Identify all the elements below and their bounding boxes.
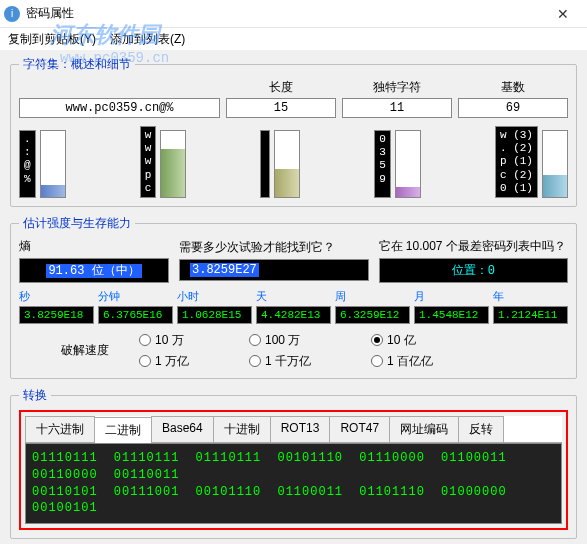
- time-val-0: 3.8259E18: [19, 306, 94, 324]
- time-unit-1: 分钟: [98, 289, 173, 304]
- length-label: 长度: [226, 79, 336, 96]
- speed-radio[interactable]: 1 千万亿: [249, 353, 311, 370]
- menu-copy[interactable]: 复制到剪贴板(Y): [8, 31, 96, 48]
- tab-反转[interactable]: 反转: [458, 416, 504, 442]
- char-column-4: w (3) . (2) p (1) c (2) 0 (1): [495, 126, 538, 198]
- speed-radio[interactable]: 10 万: [139, 332, 189, 349]
- unique-value: 11: [342, 98, 452, 118]
- bar-3: [395, 130, 421, 198]
- blacklist-value: 位置：0: [379, 258, 569, 283]
- highlight-box: 十六进制二进制Base64十进制ROT13ROT47网址编码反转 0111011…: [19, 410, 568, 530]
- tab-网址编码[interactable]: 网址编码: [389, 416, 459, 442]
- app-icon: i: [4, 6, 20, 22]
- time-unit-6: 年: [493, 289, 568, 304]
- close-icon[interactable]: ✕: [543, 6, 583, 22]
- time-val-2: 1.0628E15: [177, 306, 252, 324]
- entropy-value: 91.63 位（中）: [19, 258, 169, 283]
- blacklist-question: 它在 10.007 个最差密码列表中吗？: [379, 238, 569, 255]
- speed-label: 破解速度: [19, 342, 109, 359]
- char-column-3: 0 3 5 9: [374, 130, 391, 198]
- char-column-2: [260, 130, 270, 198]
- time-val-4: 6.3259E12: [335, 306, 410, 324]
- menu-add[interactable]: 添加到列表(Z): [110, 31, 185, 48]
- charset-legend: 字符集：概述和细节: [19, 56, 135, 73]
- time-unit-0: 秒: [19, 289, 94, 304]
- time-unit-2: 小时: [177, 289, 252, 304]
- speed-radio[interactable]: 100 万: [249, 332, 311, 349]
- tab-二进制[interactable]: 二进制: [94, 417, 152, 443]
- time-val-6: 1.2124E11: [493, 306, 568, 324]
- bar-0: [40, 130, 66, 198]
- tab-十六进制[interactable]: 十六进制: [25, 416, 95, 442]
- speed-radio[interactable]: 1 万亿: [139, 353, 189, 370]
- window-title: 密码属性: [26, 5, 543, 22]
- time-unit-3: 天: [256, 289, 331, 304]
- time-unit-4: 周: [335, 289, 410, 304]
- tab-ROT13[interactable]: ROT13: [270, 416, 331, 442]
- speed-radio[interactable]: 10 亿: [371, 332, 433, 349]
- time-unit-5: 月: [414, 289, 489, 304]
- convert-legend: 转换: [19, 387, 51, 404]
- char-column-0: . : @ %: [19, 130, 36, 198]
- trials-value: 3.8259E27: [179, 259, 369, 281]
- bar-1: [160, 130, 186, 198]
- base-value: 69: [458, 98, 568, 118]
- binary-output: 01110111 01110111 01110111 00101110 0111…: [25, 443, 562, 524]
- base-label: 基数: [458, 79, 568, 96]
- password-display: www.pc0359.cn@%: [19, 98, 220, 118]
- bar-4: [542, 130, 568, 198]
- bar-2: [274, 130, 300, 198]
- speed-radio[interactable]: 1 百亿亿: [371, 353, 433, 370]
- trials-question: 需要多少次试验才能找到它？: [179, 239, 369, 256]
- char-column-1: w w w p c: [140, 126, 157, 198]
- tab-十进制[interactable]: 十进制: [213, 416, 271, 442]
- time-val-1: 6.3765E16: [98, 306, 173, 324]
- unique-label: 独特字符: [342, 79, 452, 96]
- strength-legend: 估计强度与生存能力: [19, 215, 135, 232]
- length-value: 15: [226, 98, 336, 118]
- time-val-5: 1.4548E12: [414, 306, 489, 324]
- time-val-3: 4.4282E13: [256, 306, 331, 324]
- tab-ROT47[interactable]: ROT47: [329, 416, 390, 442]
- entropy-label: 熵: [19, 238, 169, 255]
- tab-Base64[interactable]: Base64: [151, 416, 214, 442]
